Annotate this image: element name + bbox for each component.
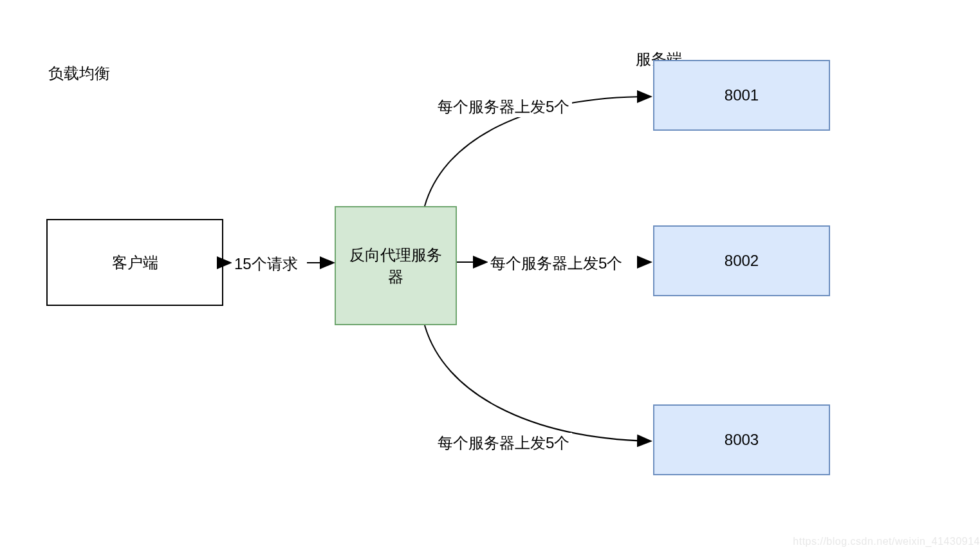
diagram-title: 负载均衡: [48, 63, 110, 84]
server-1-label: 8001: [725, 86, 759, 104]
proxy-label: 反向代理服务 器: [349, 244, 442, 287]
load-balancing-diagram: 负载均衡 服务端 客户端 反向代理服务 器 8001 8002 8003 15个…: [0, 0, 980, 559]
client-label: 客户端: [112, 252, 158, 273]
client-node: 客户端: [46, 219, 223, 306]
watermark-text: https://blog.csdn.net/weixin_41430914: [793, 536, 980, 547]
edge-label-server1: 每个服务器上发5个: [435, 97, 572, 117]
edge-proxy-server3: [425, 325, 650, 441]
proxy-node: 反向代理服务 器: [335, 206, 457, 325]
server-node-2: 8002: [653, 225, 830, 296]
server-node-3: 8003: [653, 404, 830, 475]
edge-label-server3: 每个服务器上发5个: [435, 433, 572, 453]
server-node-1: 8001: [653, 60, 830, 131]
edge-label-requests: 15个请求: [232, 254, 300, 274]
server-3-label: 8003: [725, 431, 759, 449]
server-2-label: 8002: [725, 252, 759, 270]
edge-label-server2: 每个服务器上发5个: [488, 253, 625, 274]
